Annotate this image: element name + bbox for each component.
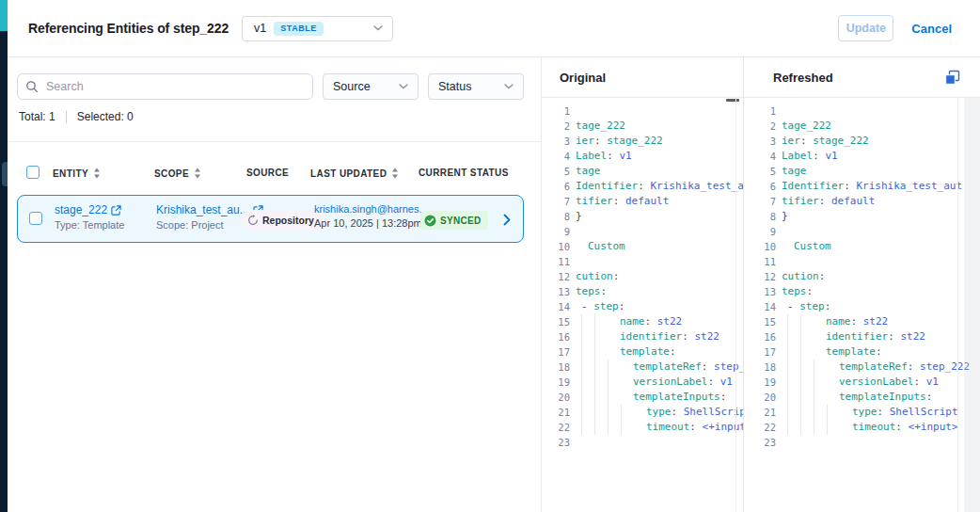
refreshed-code-editor[interactable]: 12tage_2223ier: stage_2224Label: v15tage… xyxy=(744,98,980,450)
vertical-scrollbar-track[interactable] xyxy=(964,98,980,512)
external-link-icon[interactable] xyxy=(111,205,121,216)
code-line: 4Label: v1 xyxy=(744,149,980,164)
cancel-button[interactable]: Cancel xyxy=(911,22,952,36)
editor-edge-line xyxy=(957,98,958,512)
code-line: 15name: st22 xyxy=(542,314,743,329)
code-line: 14- step: xyxy=(542,299,743,314)
selected-count: Selected: 0 xyxy=(77,110,134,123)
search-box[interactable] xyxy=(17,73,313,100)
code-line: 2tage_222 xyxy=(542,119,743,134)
original-panel: Original 12tage_2223ier: stage_2224Label… xyxy=(542,57,744,512)
entity-type: Type: Template xyxy=(55,219,124,231)
update-button[interactable]: Update xyxy=(838,15,893,41)
version-label: v1 xyxy=(254,22,266,35)
code-line: 2tage_222 xyxy=(744,119,980,134)
code-line: 7tifier: default xyxy=(542,194,743,209)
version-stable-badge: STABLE xyxy=(274,22,323,36)
column-header-current-status: CURRENT STATUS xyxy=(419,168,509,178)
background-nav-rail xyxy=(0,0,8,512)
sort-icon xyxy=(391,168,399,179)
row-checkbox[interactable] xyxy=(29,212,42,225)
referencing-entities-drawer: Referencing Entities of step_222 v1 STAB… xyxy=(0,0,980,512)
code-line: 6Identifier: Krishika_test_aut xyxy=(542,179,743,194)
code-line: 22timeout: <+input> xyxy=(542,420,743,435)
code-line: 1 xyxy=(744,104,980,119)
refreshed-panel: Refreshed 12tage_2223ier: stage_2224Labe… xyxy=(744,57,980,512)
code-line: 8} xyxy=(542,209,743,224)
code-line: 22timeout: <+input> xyxy=(744,420,980,435)
column-header-source: SOURCE xyxy=(246,168,289,178)
source-badge-label: Repository xyxy=(262,215,314,226)
copy-icon[interactable] xyxy=(944,70,960,86)
source-filter-label: Source xyxy=(333,80,371,93)
search-input[interactable] xyxy=(44,79,305,94)
code-line: 18templateRef: step_222 xyxy=(542,360,743,375)
code-line: 9 xyxy=(744,224,980,239)
repository-icon xyxy=(247,215,259,226)
chevron-down-icon xyxy=(373,25,383,31)
status-filter-label: Status xyxy=(438,80,471,93)
code-line: 8} xyxy=(744,209,980,224)
horizontal-scrollbar-thumb[interactable] xyxy=(726,99,739,102)
scope-link[interactable]: Krishika_test_au... xyxy=(156,203,249,216)
table-row[interactable]: stage_222 Type: Template Krishika_test_a… xyxy=(17,195,524,243)
original-panel-header: Original xyxy=(542,57,743,98)
drawer-body: Source Status Total: 1 xyxy=(8,57,980,512)
code-line: 3ier: stage_222 xyxy=(542,134,743,149)
column-label: ENTITY xyxy=(53,168,88,179)
chevron-down-icon xyxy=(504,84,514,89)
code-line: 19versionLabel: v1 xyxy=(744,375,980,390)
code-line: 23 xyxy=(744,435,980,450)
status-filter-dropdown[interactable]: Status xyxy=(428,73,524,100)
code-line: 10Custom xyxy=(744,239,980,254)
source-filter-dropdown[interactable]: Source xyxy=(323,73,419,100)
filter-bar: Source Status xyxy=(8,57,541,100)
code-line: 16identifier: st22 xyxy=(744,329,980,344)
column-header-last-updated[interactable]: LAST UPDATED xyxy=(310,168,399,179)
code-line: 5tage xyxy=(744,164,980,179)
code-line: 6Identifier: Krishika_test_aut xyxy=(744,179,980,194)
original-code-editor[interactable]: 12tage_2223ier: stage_2224Label: v15tage… xyxy=(542,98,743,450)
drawer-header: Referencing Entities of step_222 v1 STAB… xyxy=(8,0,980,57)
code-line: 1 xyxy=(542,104,743,119)
refreshed-title: Refreshed xyxy=(773,71,833,85)
column-header-scope[interactable]: SCOPE xyxy=(154,168,201,179)
column-label: SOURCE xyxy=(246,168,289,178)
sort-icon xyxy=(194,168,201,179)
code-line: 14- step: xyxy=(744,299,980,314)
code-line: 13teps: xyxy=(542,284,743,299)
entity-link[interactable]: stage_222 xyxy=(55,203,107,216)
check-circle-icon xyxy=(424,215,436,227)
version-select[interactable]: v1 STABLE xyxy=(242,16,393,41)
diff-section: Original 12tage_2223ier: stage_2224Label… xyxy=(541,57,980,512)
updated-by-link[interactable]: krishika.singh@harnes... xyxy=(314,203,428,215)
code-line: 18templateRef: step_222 xyxy=(744,360,980,375)
nav-rail-accent xyxy=(0,0,8,31)
section-divider xyxy=(8,141,541,142)
column-label: CURRENT STATUS xyxy=(419,168,509,178)
chevron-down-icon xyxy=(399,84,408,89)
status-badge-label: SYNCED xyxy=(440,216,481,226)
table-header: ENTITY SCOPE SOURCE LAST UPDATED xyxy=(8,155,541,193)
column-label: SCOPE xyxy=(154,168,189,179)
code-line: 10Custom xyxy=(542,239,743,254)
code-line: 17template: xyxy=(542,344,743,360)
drawer: Referencing Entities of step_222 v1 STAB… xyxy=(8,0,980,512)
column-header-entity[interactable]: ENTITY xyxy=(53,168,101,179)
code-line: 15name: st22 xyxy=(744,314,980,329)
code-line: 17template: xyxy=(744,344,980,360)
code-line: 12cution: xyxy=(744,269,980,284)
chevron-right-icon[interactable] xyxy=(503,214,511,226)
code-line: 9 xyxy=(542,224,743,239)
last-updated-cell: krishika.singh@harnes... Apr 10, 2025 | … xyxy=(314,203,428,229)
code-line: 11 xyxy=(744,254,980,269)
entities-section: Source Status Total: 1 xyxy=(8,57,541,512)
editor-edge-line xyxy=(735,98,736,512)
select-all-checkbox[interactable] xyxy=(26,166,40,179)
count-bar: Total: 1 Selected: 0 xyxy=(8,100,541,123)
code-line: 21type: ShellScript xyxy=(542,405,743,420)
code-line: 19versionLabel: v1 xyxy=(542,375,743,390)
entity-cell: stage_222 Type: Template xyxy=(55,203,124,231)
code-line: 7tifier: default xyxy=(744,194,980,209)
refreshed-panel-header: Refreshed xyxy=(744,57,980,98)
